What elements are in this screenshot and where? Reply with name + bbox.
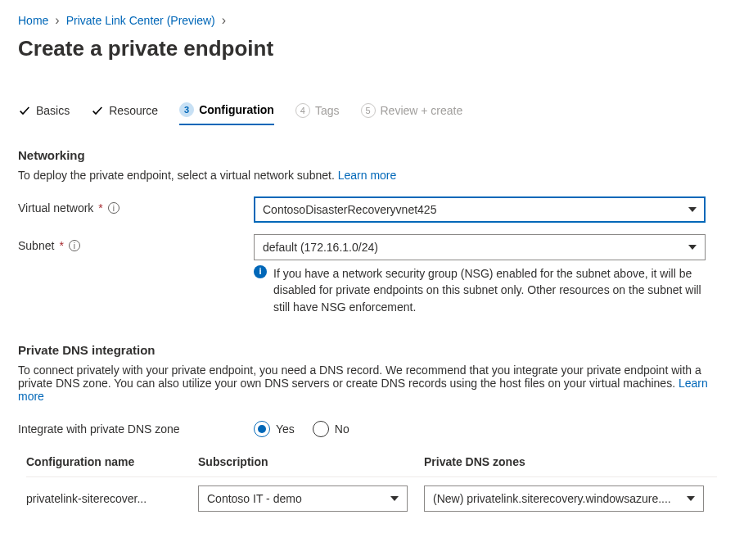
dns-zones-table: Configuration name Subscription Private …	[26, 455, 717, 518]
required-asterisk-icon: *	[59, 239, 63, 252]
info-icon[interactable]: i	[69, 240, 80, 251]
required-asterisk-icon: *	[98, 201, 102, 215]
dns-description: To connect privately with your private e…	[18, 364, 717, 403]
radio-circle-icon	[254, 421, 270, 437]
chevron-down-icon	[688, 207, 697, 212]
step-tags[interactable]: 4 Tags	[295, 103, 340, 124]
info-icon[interactable]: i	[108, 202, 119, 214]
step-tags-label: Tags	[315, 104, 340, 117]
subscription-dropdown[interactable]: Contoso IT - demo	[198, 485, 408, 512]
networking-heading: Networking	[18, 148, 717, 162]
step-number-badge: 5	[361, 103, 376, 118]
step-resource-label: Resource	[109, 104, 158, 117]
col-private-dns-zones: Private DNS zones	[424, 455, 717, 468]
nsg-note: i If you have a network security group (…	[254, 265, 706, 315]
step-resource[interactable]: Resource	[91, 104, 158, 124]
nsg-note-text: If you have a network security group (NS…	[273, 265, 706, 315]
col-subscription: Subscription	[198, 455, 424, 468]
virtual-network-row: Virtual network * i ContosoDisasterRecov…	[18, 196, 717, 223]
dns-description-text: To connect privately with your private e…	[18, 364, 701, 390]
networking-description: To deploy the private endpoint, select a…	[18, 169, 717, 182]
virtual-network-label-text: Virtual network	[18, 201, 93, 215]
breadcrumb-home[interactable]: Home	[18, 14, 48, 27]
breadcrumb: Home Private Link Center (Preview)	[18, 13, 717, 28]
subnet-dropdown[interactable]: default (172.16.1.0/24)	[254, 234, 706, 260]
dns-zone-dropdown[interactable]: (New) privatelink.siterecovery.windowsaz…	[424, 485, 704, 512]
step-basics[interactable]: Basics	[18, 104, 70, 124]
step-configuration[interactable]: 3 Configuration	[179, 102, 274, 125]
dns-heading: Private DNS integration	[18, 343, 717, 357]
check-icon	[18, 104, 31, 117]
check-icon	[91, 104, 104, 117]
virtual-network-value: ContosoDisasterRecoveryvnet425	[263, 203, 436, 216]
subnet-row: Subnet * i default (172.16.1.0/24) i If …	[18, 234, 717, 315]
integrate-dns-no-radio[interactable]: No	[313, 421, 349, 437]
networking-learn-more-link[interactable]: Learn more	[338, 169, 397, 182]
breadcrumb-separator-icon	[53, 13, 61, 28]
virtual-network-label: Virtual network * i	[18, 196, 254, 215]
dns-table-row: privatelink-siterecover... Contoso IT - …	[26, 476, 717, 518]
networking-description-text: To deploy the private endpoint, select a…	[18, 169, 338, 182]
step-number-badge: 3	[179, 102, 194, 117]
subscription-value: Contoso IT - demo	[207, 492, 302, 505]
breadcrumb-separator-icon	[220, 13, 228, 28]
integrate-dns-row: Integrate with private DNS zone Yes No	[18, 421, 717, 437]
integrate-dns-label: Integrate with private DNS zone	[18, 421, 254, 436]
step-review-create[interactable]: 5 Review + create	[361, 103, 463, 124]
chevron-down-icon	[390, 496, 399, 501]
step-review-label: Review + create	[381, 104, 463, 117]
subnet-label-text: Subnet	[18, 239, 54, 252]
dns-zone-value: (New) privatelink.siterecovery.windowsaz…	[433, 492, 671, 505]
breadcrumb-private-link-center[interactable]: Private Link Center (Preview)	[66, 14, 215, 27]
radio-no-label: No	[335, 422, 349, 436]
dns-table-header: Configuration name Subscription Private …	[26, 455, 717, 476]
virtual-network-dropdown[interactable]: ContosoDisasterRecoveryvnet425	[254, 196, 706, 223]
integrate-dns-yes-radio[interactable]: Yes	[254, 421, 295, 437]
step-configuration-label: Configuration	[199, 103, 274, 116]
integrate-dns-radio-group: Yes No	[254, 421, 349, 437]
chevron-down-icon	[688, 245, 697, 250]
subnet-label: Subnet * i	[18, 234, 254, 252]
info-solid-icon: i	[254, 265, 267, 278]
col-configuration-name: Configuration name	[26, 455, 198, 468]
radio-circle-icon	[313, 421, 329, 437]
configuration-name-cell: privatelink-siterecover...	[26, 492, 198, 505]
page-title: Create a private endpoint	[18, 36, 717, 61]
chevron-down-icon	[687, 496, 695, 501]
wizard-stepper: Basics Resource 3 Configuration 4 Tags 5…	[18, 102, 717, 125]
subnet-value: default (172.16.1.0/24)	[263, 241, 378, 254]
radio-yes-label: Yes	[276, 422, 295, 436]
integrate-dns-label-text: Integrate with private DNS zone	[18, 422, 180, 436]
step-number-badge: 4	[295, 103, 310, 118]
step-basics-label: Basics	[36, 104, 70, 117]
